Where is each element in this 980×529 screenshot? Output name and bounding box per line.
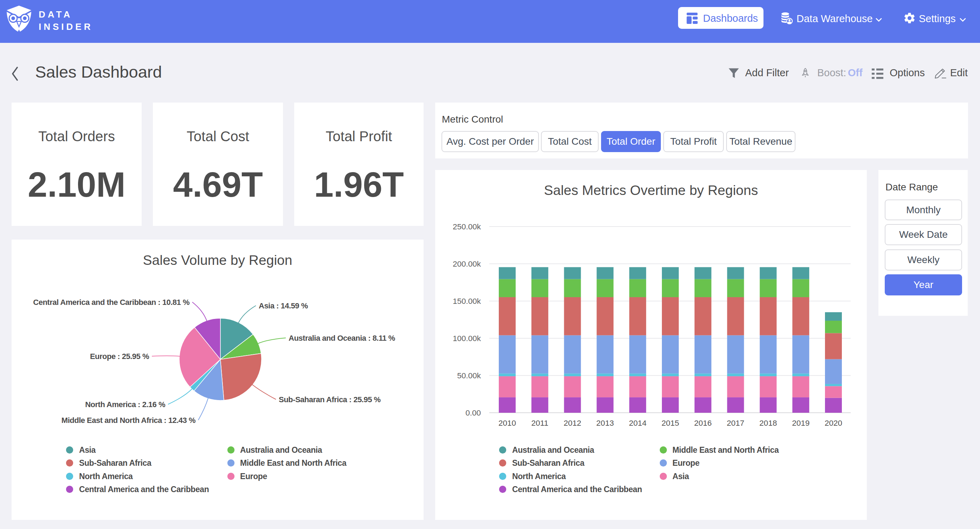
svg-text:Europe : 25.95 %: Europe : 25.95 % bbox=[90, 352, 149, 361]
svg-text:2012: 2012 bbox=[564, 419, 581, 427]
svg-text:Middle East and North Africa :: Middle East and North Africa : 12.43 % bbox=[62, 416, 196, 425]
svg-text:Central America and the Caribb: Central America and the Caribbean bbox=[79, 485, 209, 494]
svg-text:2013: 2013 bbox=[596, 419, 614, 427]
svg-text:200.00k: 200.00k bbox=[453, 260, 481, 268]
svg-text:Australia and Oceania: Australia and Oceania bbox=[240, 445, 322, 454]
svg-text:2018: 2018 bbox=[759, 419, 777, 427]
svg-text:Australia and Oceania: Australia and Oceania bbox=[512, 445, 594, 454]
svg-text:Asia: Asia bbox=[673, 472, 689, 481]
svg-text:50.00k: 50.00k bbox=[457, 371, 481, 380]
svg-text:Middle East and North Africa: Middle East and North Africa bbox=[673, 445, 779, 454]
svg-text:0.00: 0.00 bbox=[465, 408, 481, 417]
svg-text:2011: 2011 bbox=[531, 419, 548, 427]
svg-text:Central America and the Caribb: Central America and the Caribbean : 10.8… bbox=[33, 298, 189, 307]
svg-text:North America: North America bbox=[79, 472, 133, 481]
svg-text:2014: 2014 bbox=[629, 419, 646, 427]
svg-text:2016: 2016 bbox=[694, 419, 712, 427]
svg-text:Sub-Saharan Africa: Sub-Saharan Africa bbox=[79, 458, 151, 467]
svg-text:Asia : 14.59 %: Asia : 14.59 % bbox=[259, 301, 308, 310]
svg-text:Europe: Europe bbox=[240, 472, 267, 481]
svg-text:2015: 2015 bbox=[662, 419, 679, 427]
svg-text:2020: 2020 bbox=[825, 419, 842, 427]
svg-text:2019: 2019 bbox=[792, 419, 810, 427]
svg-text:250.00k: 250.00k bbox=[453, 222, 481, 231]
svg-text:Middle East and North Africa: Middle East and North Africa bbox=[240, 458, 347, 467]
svg-text:Sub-Saharan Africa : 25.95 %: Sub-Saharan Africa : 25.95 % bbox=[279, 395, 381, 404]
svg-text:Asia: Asia bbox=[79, 445, 96, 454]
svg-text:North America: North America bbox=[512, 472, 566, 481]
svg-text:North America : 2.16 %: North America : 2.16 % bbox=[85, 400, 165, 409]
svg-text:Australia and Oceania : 8.11 %: Australia and Oceania : 8.11 % bbox=[289, 334, 395, 343]
svg-text:2010: 2010 bbox=[498, 419, 516, 427]
svg-text:2017: 2017 bbox=[727, 419, 745, 427]
svg-text:Europe: Europe bbox=[673, 458, 700, 467]
svg-text:150.00k: 150.00k bbox=[453, 297, 481, 306]
svg-text:Sub-Saharan Africa: Sub-Saharan Africa bbox=[512, 458, 585, 467]
svg-text:Central America and the Caribb: Central America and the Caribbean bbox=[512, 485, 642, 494]
svg-text:100.00k: 100.00k bbox=[453, 334, 481, 343]
